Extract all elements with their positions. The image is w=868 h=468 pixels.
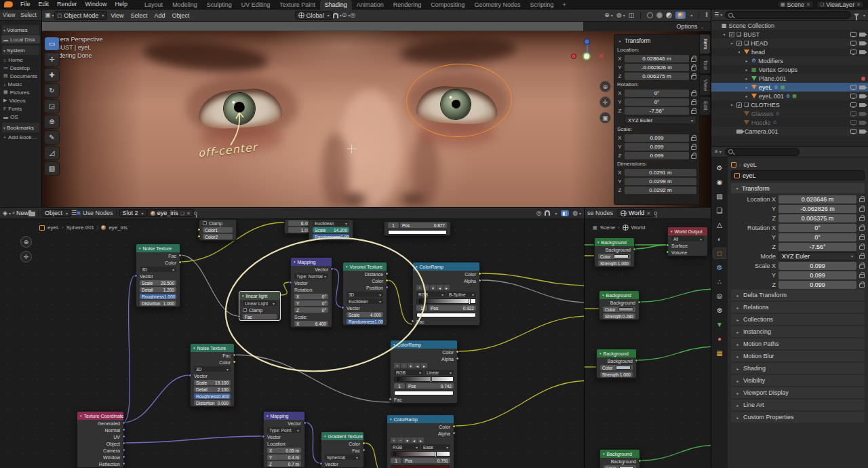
value-field[interactable]: 0.099 <box>625 152 689 159</box>
world-node-background-4[interactable]: BackgroundBackgroundColor <box>599 449 640 468</box>
disable-render-icon[interactable] <box>859 41 865 45</box>
shader-node-colorramp-3[interactable]: ColorRampColorAlpha＋－▾◂▸RGB▾Ease▾1Pos0.7… <box>387 414 454 468</box>
ramp-tool-button[interactable]: ＋ <box>394 363 400 368</box>
tool-cursor[interactable]: ✛ <box>44 52 60 66</box>
number-field[interactable]: Y0° <box>294 300 328 306</box>
workspace-tab-shading[interactable]: Shading <box>320 0 352 9</box>
xray-toggle-icon[interactable]: ◫ <box>629 12 635 18</box>
shader-node-ramp-partial[interactable]: 1Pos0.877 <box>384 221 451 236</box>
lock-icon[interactable] <box>691 110 696 114</box>
socket[interactable] <box>633 248 636 251</box>
ramp-tool-button[interactable]: ▾ <box>408 363 414 368</box>
sidebar-tab-tool[interactable]: Tool <box>700 55 711 75</box>
socket[interactable] <box>189 374 192 377</box>
properties-tab-particles[interactable]: ∴ <box>713 277 726 287</box>
ramp-tool-button[interactable]: － <box>397 437 403 443</box>
pin-icon[interactable] <box>654 212 657 215</box>
dropdown[interactable]: B-Spline▾ <box>447 292 476 297</box>
socket[interactable] <box>122 455 125 459</box>
copy-material-icon[interactable]: ❏ <box>180 211 184 216</box>
snap-magnet-icon[interactable] <box>545 210 550 216</box>
dropdown[interactable]: 3D▾ <box>347 292 383 297</box>
transform-panel-header[interactable]: ▾ Transform <box>617 36 696 45</box>
hide-viewport-icon[interactable] <box>850 41 856 45</box>
color-field[interactable]: Color <box>598 254 631 259</box>
shader-node-texture-coordinate[interactable]: Texture CoordinateGeneratedNormalUVObjec… <box>77 411 124 468</box>
number-field[interactable]: Z0° <box>294 307 328 313</box>
lock-icon[interactable] <box>691 101 696 105</box>
number-field[interactable]: X0° <box>294 294 328 299</box>
socket[interactable] <box>341 306 344 309</box>
zoom-button[interactable]: ⊕ <box>20 236 32 248</box>
socket[interactable] <box>178 254 182 257</box>
material-selector[interactable]: eye_iris ❏ ✕ <box>147 209 194 217</box>
expander-icon[interactable]: ▸ <box>744 85 749 90</box>
socket[interactable] <box>134 274 138 277</box>
ramp-tool-button[interactable]: － <box>401 363 407 368</box>
section-relations[interactable]: ▸Relations <box>731 302 865 313</box>
lock-icon[interactable] <box>859 246 865 250</box>
properties-tab-world[interactable]: ◐ <box>713 234 726 244</box>
filebrowser-item-music[interactable]: ♪Music <box>1 80 40 88</box>
new-file-icon[interactable]: ＋ <box>11 210 16 216</box>
ramp-stop[interactable] <box>435 451 437 457</box>
shading-material-icon[interactable] <box>666 12 672 18</box>
section-motion-blur[interactable]: ▸Motion Blur <box>731 351 865 362</box>
input-field[interactable]: Color2 <box>203 234 233 239</box>
dropdown[interactable]: Type: Point▾ <box>267 427 301 433</box>
socket[interactable] <box>289 281 292 284</box>
ramp-tool-button[interactable]: ◂ <box>437 285 443 290</box>
lock-icon[interactable] <box>859 208 865 212</box>
shading-wireframe-icon[interactable] <box>647 12 653 18</box>
expander-icon[interactable]: ▾ <box>729 41 734 45</box>
lock-icon[interactable] <box>691 155 696 159</box>
socket[interactable] <box>262 435 265 438</box>
properties-tab-object[interactable]: □ <box>713 248 726 258</box>
socket[interactable] <box>452 425 456 428</box>
pos-field[interactable]: Pos0.791 <box>403 458 450 463</box>
scene-selector[interactable]: ▦ Scene ✕ <box>777 1 814 8</box>
menu-edit[interactable]: Edit <box>35 0 54 9</box>
filebrowser-item-fonts[interactable]: FFonts <box>1 104 40 113</box>
color-field[interactable]: Color <box>600 365 633 370</box>
color-swatch[interactable] <box>391 465 450 468</box>
lock-icon[interactable] <box>859 217 865 221</box>
node-header[interactable]: Gradient Texture <box>321 432 363 440</box>
expander-icon[interactable]: ▸ <box>744 67 749 72</box>
section-line-art[interactable]: ▸Line Art <box>731 399 865 410</box>
outliner-row-head[interactable]: ▾head <box>711 47 868 56</box>
value-field[interactable]: 0.099 <box>625 143 689 151</box>
ramp-tool-button[interactable]: ▸ <box>421 363 427 368</box>
property-value[interactable]: 0° <box>778 233 856 241</box>
menu-help[interactable]: Help <box>111 0 132 9</box>
breadcrumb-object-name[interactable]: eyeL <box>743 161 757 168</box>
value-field[interactable]: -0.062826 m <box>625 64 689 71</box>
number-field[interactable]: Strength0.280 <box>603 313 635 319</box>
number-field[interactable]: Y0.4 m <box>267 454 301 460</box>
sidebar-tab-view[interactable]: View <box>700 75 711 96</box>
expander-icon[interactable]: ▸ <box>744 58 749 63</box>
pan-button[interactable]: ✛ <box>599 96 611 108</box>
overlays-active-icon[interactable]: ◧ <box>561 210 570 216</box>
ramp-tool-button[interactable]: ◂ <box>414 363 420 368</box>
editor-type-icon[interactable]: ▣▾ <box>45 12 54 18</box>
lock-icon[interactable] <box>691 75 696 79</box>
section-motion-paths[interactable]: ▸Motion Paths <box>731 338 865 349</box>
socket[interactable] <box>197 228 201 231</box>
socket[interactable] <box>362 442 366 445</box>
number-field[interactable]: X6.400 <box>294 321 328 326</box>
tool-annotate[interactable]: ✎ <box>44 130 60 144</box>
menu-window[interactable]: Window <box>81 0 111 9</box>
show-gizmo-icon[interactable]: ⊕▾ <box>604 12 613 18</box>
property-value[interactable]: 0.099 <box>778 271 856 279</box>
workspace-tab-geometry-nodes[interactable]: Geometry Nodes <box>469 0 525 9</box>
hide-viewport-icon[interactable] <box>850 129 856 134</box>
zoom-button[interactable]: ⊕ <box>599 81 611 92</box>
folder-icon[interactable] <box>28 212 35 216</box>
filebrowser-menu-view[interactable]: View <box>0 12 18 18</box>
shader-type-dropdown[interactable]: Object ▾ <box>41 209 71 217</box>
filebrowser-item-desktop[interactable]: ▭Desktop <box>1 64 40 72</box>
hide-viewport-icon[interactable] <box>850 111 856 116</box>
disable-render-icon[interactable] <box>859 103 865 107</box>
viewport-canvas[interactable]: Camera Perspective (1) BUST | eyeL Rende… <box>42 31 711 207</box>
